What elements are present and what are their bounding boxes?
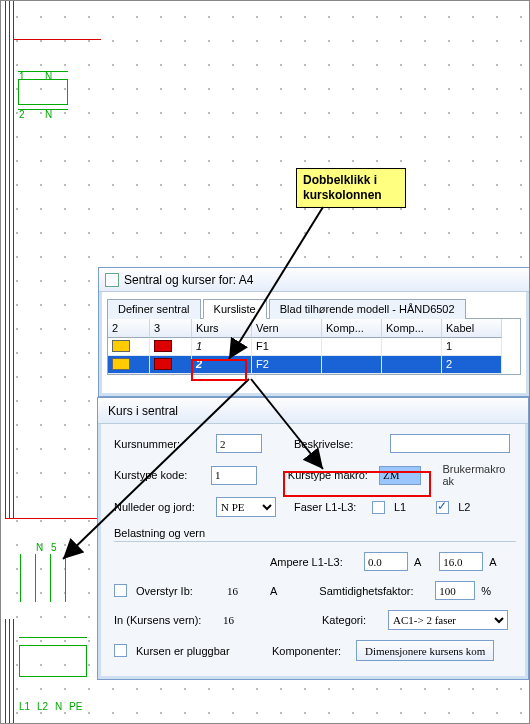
chk-l1[interactable] — [372, 501, 385, 514]
kurs-grid[interactable]: 2 3 Kurs Vern Komp... Komp... Kabel 1 F1… — [107, 319, 521, 375]
lbl-faser: Faser L1-L3: — [294, 501, 366, 513]
sch-lbl-2: 2 — [19, 109, 25, 120]
cell-kabel[interactable]: 1 — [442, 338, 502, 356]
col-komp1[interactable]: Komp... — [322, 319, 382, 338]
app-icon — [105, 273, 119, 287]
unit-a1: A — [414, 556, 421, 568]
sch-lbl-l1: L1 — [19, 701, 30, 712]
lbl-l2: L2 — [458, 501, 470, 513]
cell-vern[interactable]: F1 — [252, 338, 322, 356]
col-kabel[interactable]: Kabel — [442, 319, 502, 338]
sch-lbl-l2: L2 — [37, 701, 48, 712]
lbl-nulleder: Nulleder og jord: — [114, 501, 210, 513]
btn-dimensjonere[interactable]: Dimensjonere kursens kom — [356, 640, 494, 661]
col-kurs[interactable]: Kurs — [192, 319, 252, 338]
select-nulleder[interactable]: N PE — [216, 497, 276, 517]
callout-tooltip: Dobbelklikk i kurskolonnen — [296, 168, 406, 208]
dialog1-titlebar[interactable]: Sentral og kurser for: A4 — [99, 268, 529, 292]
callout-line1: Dobbelklikk i — [303, 173, 377, 187]
lbl-kurstype-makro: Kurstype makro: — [288, 469, 373, 481]
val-in-kurs — [220, 611, 260, 630]
val-overstyr-ib — [224, 581, 264, 600]
cell-vern[interactable]: F2 — [252, 356, 322, 374]
chk-overstyr[interactable] — [114, 584, 127, 597]
dialog1-title: Sentral og kurser for: A4 — [124, 273, 253, 287]
lbl-pluggbar: Kursen er pluggbar — [136, 645, 266, 657]
input-kurstype-makro[interactable] — [379, 466, 421, 485]
lbl-samtidighet: Samtidighetsfaktor: — [319, 585, 429, 597]
input-amp1[interactable] — [364, 552, 408, 571]
lbl-kategori: Kategori: — [322, 614, 382, 626]
grid-header: 2 3 Kurs Vern Komp... Komp... Kabel — [108, 319, 520, 338]
lbl-overstyr: Overstyr Ib: — [136, 585, 218, 597]
col-2[interactable]: 2 — [108, 319, 150, 338]
unit-a3: A — [270, 585, 277, 597]
lbl-ampere: Ampere L1-L3: — [270, 556, 358, 568]
group-belastning: Belastning og vern — [114, 527, 516, 542]
lbl-kurstype-kode: Kurstype kode: — [114, 469, 205, 481]
tab-kursliste[interactable]: Kursliste — [203, 299, 267, 319]
input-kursnummer[interactable] — [216, 434, 262, 453]
bar-yellow-icon — [112, 340, 130, 352]
tab-definer-sentral[interactable]: Definer sentral — [107, 299, 201, 319]
unit-a2: A — [489, 556, 496, 568]
dialog-kurs-i-sentral: Kurs i sentral Kursnummer: Beskrivelse: … — [97, 397, 529, 680]
sch-lbl-1: 1 — [19, 71, 25, 82]
unit-pct: % — [481, 585, 491, 597]
bar-yellow-icon — [112, 358, 130, 370]
cell-kurs[interactable]: 1 — [192, 338, 252, 356]
table-row[interactable]: 2 F2 2 — [108, 356, 520, 374]
dialog2-title: Kurs i sentral — [108, 404, 178, 418]
tab-blad-modell[interactable]: Blad tilhørende modell - HÅND6502 — [269, 299, 466, 319]
input-samtidighet[interactable] — [435, 581, 475, 600]
dialog2-titlebar[interactable]: Kurs i sentral — [98, 398, 528, 424]
callout-line2: kurskolonnen — [303, 188, 382, 202]
bar-red-icon — [154, 340, 172, 352]
dialog-sentral-kurser: Sentral og kurser for: A4 Definer sentra… — [98, 267, 530, 397]
sch-lbl-mid5: 5 — [51, 542, 57, 553]
tabstrip: Definer sentral Kursliste Blad tilhørend… — [107, 298, 521, 319]
input-beskrivelse[interactable] — [390, 434, 510, 453]
chk-l2[interactable] — [436, 501, 449, 514]
col-3[interactable]: 3 — [150, 319, 192, 338]
input-amp2[interactable] — [439, 552, 483, 571]
lbl-l1: L1 — [394, 501, 406, 513]
sch-lbl-bn: N — [55, 701, 62, 712]
sch-lbl-pe: PE — [69, 701, 82, 712]
bar-red-icon — [154, 358, 172, 370]
col-vern[interactable]: Vern — [252, 319, 322, 338]
lbl-in-kurs: In (Kursens vern): — [114, 614, 214, 626]
input-kurstype-kode[interactable] — [211, 466, 257, 485]
table-row[interactable]: 1 F1 1 — [108, 338, 520, 356]
sch-lbl-n2: N — [45, 109, 52, 120]
lbl-brukermakro: Brukermakro ak — [443, 463, 517, 487]
cell-kabel[interactable]: 2 — [442, 356, 502, 374]
sch-lbl-midn: N — [36, 542, 43, 553]
sch-lbl-n: N — [45, 71, 52, 82]
lbl-beskrivelse: Beskrivelse: — [294, 438, 384, 450]
lbl-komponenter: Komponenter: — [272, 645, 350, 657]
col-komp2[interactable]: Komp... — [382, 319, 442, 338]
lbl-kursnummer: Kursnummer: — [114, 438, 210, 450]
select-kategori[interactable]: AC1-> 2 faser — [388, 610, 508, 630]
cell-kurs[interactable]: 2 — [192, 356, 252, 374]
chk-pluggbar[interactable] — [114, 644, 127, 657]
